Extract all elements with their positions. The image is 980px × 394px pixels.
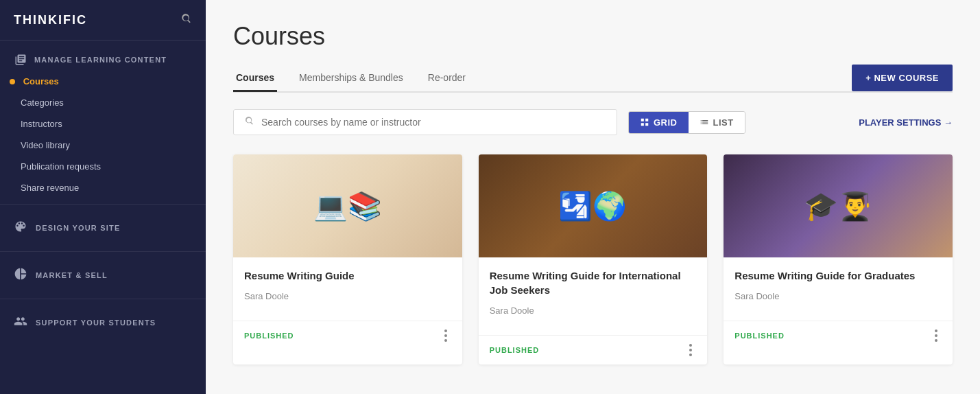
sidebar-section-design[interactable]: DESIGN YOUR SITE [0,210,206,246]
sidebar-item-share-revenue[interactable]: Share revenue [0,177,206,198]
tab-courses[interactable]: Courses [233,65,277,92]
view-toggle: GRID LIST [628,111,745,134]
player-settings-link[interactable]: PLAYER SETTINGS → [859,117,953,128]
active-indicator [10,79,15,84]
sidebar-item-instructors[interactable]: Instructors [0,113,206,135]
new-course-button[interactable]: + NEW COURSE [852,65,953,91]
tabs-bar: Courses Memberships & Bundles Re-order +… [233,65,953,93]
search-icon [243,115,254,129]
tab-reorder[interactable]: Re-order [425,65,468,92]
controls-row: GRID LIST PLAYER SETTINGS → [233,109,953,135]
sidebar-section-manage: MANAGE LEARNING CONTENT [0,40,206,71]
search-box [233,109,617,135]
course-footer: PUBLISHED [233,321,462,350]
status-badge: PUBLISHED [244,332,294,340]
logo: THINKIFIC [14,13,87,27]
tab-memberships[interactable]: Memberships & Bundles [296,65,406,92]
course-thumbnail [724,154,953,257]
sidebar-item-publication-requests[interactable]: Publication requests [0,156,206,177]
course-thumbnail [233,154,462,257]
status-badge: PUBLISHED [490,346,540,354]
course-body: Resume Writing Guide for Graduates Sara … [724,257,953,321]
design-section-label: DESIGN YOUR SITE [36,224,121,232]
sidebar-section-manage-title[interactable]: MANAGE LEARNING CONTENT [14,53,192,67]
search-input[interactable] [261,117,607,128]
grid-view-button[interactable]: GRID [629,112,689,133]
course-footer: PUBLISHED [479,335,708,364]
course-instructor: Sara Doole [490,305,697,316]
course-thumbnail [479,154,708,257]
courses-grid: Resume Writing Guide Sara Doole PUBLISHE… [233,154,953,364]
sidebar-section-support[interactable]: SUPPORT YOUR STUDENTS [0,305,206,340]
sidebar-item-categories[interactable]: Categories [0,92,206,113]
sidebar-section-market[interactable]: MARKET & SELL [0,257,206,293]
course-instructor: Sara Doole [244,291,451,301]
course-body: Resume Writing Guide Sara Doole [233,257,462,321]
course-card: Resume Writing Guide for International J… [479,154,708,364]
status-badge: PUBLISHED [734,332,785,340]
page-title: Courses [233,22,953,51]
search-icon[interactable] [180,12,192,27]
sidebar: THINKIFIC MANAGE LEARNING CONTENT Course… [0,0,206,394]
main-content: Courses Courses Memberships & Bundles Re… [206,0,980,394]
course-title: Resume Writing Guide [244,268,451,283]
more-menu-button[interactable] [440,328,451,343]
course-footer: PUBLISHED [724,321,953,350]
design-icon [14,220,27,236]
more-menu-button[interactable] [931,328,942,343]
sidebar-header: THINKIFIC [0,0,206,40]
course-instructor: Sara Doole [734,291,942,301]
book-icon [14,53,27,67]
manage-section-label: MANAGE LEARNING CONTENT [34,56,167,64]
market-icon [14,267,27,283]
support-section-label: SUPPORT YOUR STUDENTS [36,318,156,327]
course-card: Resume Writing Guide Sara Doole PUBLISHE… [233,154,462,364]
sidebar-item-video-library[interactable]: Video library [0,135,206,156]
sidebar-item-courses[interactable]: Courses [0,71,206,92]
course-title: Resume Writing Guide for Graduates [734,268,942,283]
course-card: Resume Writing Guide for Graduates Sara … [724,154,953,364]
support-icon [14,314,27,331]
market-section-label: MARKET & SELL [36,271,108,279]
course-title: Resume Writing Guide for International J… [490,268,697,297]
course-body: Resume Writing Guide for International J… [479,257,708,335]
more-menu-button[interactable] [685,343,696,358]
list-view-button[interactable]: LIST [689,112,745,133]
